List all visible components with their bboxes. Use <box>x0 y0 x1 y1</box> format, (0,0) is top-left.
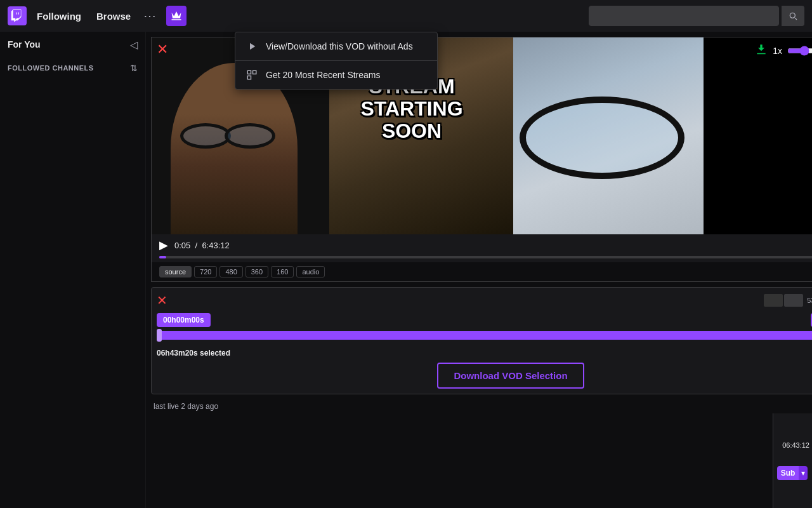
play-button[interactable]: ▶ <box>159 238 168 252</box>
last-live-text: last live 2 days ago <box>146 399 812 413</box>
svg-rect-1 <box>253 70 256 74</box>
glasses-frame <box>520 97 684 179</box>
trim-header: ✕ 530 3000 ⊞ ⊡ ⊟ <box>157 293 812 308</box>
quality-audio[interactable]: audio <box>296 266 325 277</box>
trim-preview-thumbnails: 530 3000 ⊞ ⊡ ⊟ <box>764 294 812 307</box>
trim-area: ✕ 530 3000 ⊞ ⊡ ⊟ 00h00m00s 06h43m20s <box>151 287 812 394</box>
svg-rect-0 <box>247 70 251 74</box>
sub-dropdown-button[interactable]: ▾ <box>799 466 808 480</box>
nav-browse-link[interactable]: Browse <box>91 11 136 22</box>
trim-start-button[interactable]: 00h00m00s <box>157 313 211 327</box>
thumbnail-right-face <box>513 37 704 234</box>
sidebar-for-you[interactable]: For You ◁ <box>0 32 145 57</box>
trim-handle-left[interactable] <box>157 329 162 342</box>
sub-button-area: Sub ▾ <box>773 466 812 480</box>
quality-360[interactable]: 360 <box>246 266 268 277</box>
download-vod-button[interactable]: Download VOD Selection <box>437 363 584 389</box>
video-close-button[interactable]: ✕ <box>157 43 168 57</box>
duration-value: 06:43:12 <box>782 441 809 449</box>
streams-icon <box>246 69 258 81</box>
twitch-icon <box>11 10 23 22</box>
crown-icon <box>171 10 182 22</box>
sidebar-collapse-icon[interactable]: ◁ <box>130 39 138 51</box>
download-icon <box>755 43 768 55</box>
search-icon <box>788 11 798 21</box>
vod-icon <box>246 40 258 53</box>
progress-bar-fill <box>159 256 166 258</box>
dropdown-item-streams[interactable]: Get 20 Most Recent Streams <box>235 61 437 89</box>
video-download-button[interactable] <box>755 43 768 58</box>
svg-rect-2 <box>247 76 251 79</box>
person-glasses-right <box>225 123 275 149</box>
sidebar-followed-channels: FOLLOWED CHANNELS ⇅ <box>0 57 145 79</box>
sub-button[interactable]: Sub <box>777 466 799 480</box>
nav-following-link[interactable]: Following <box>32 11 86 22</box>
quality-badges: source 720 480 360 160 audio <box>152 262 812 281</box>
speed-slider-container <box>787 46 812 56</box>
top-nav: Following Browse ⋯ <box>0 0 812 32</box>
search-input[interactable] <box>589 6 779 26</box>
sidebar: For You ◁ FOLLOWED CHANNELS ⇅ <box>0 32 146 508</box>
trim-timestamps: 00h00m00s 06h43m20s <box>157 313 812 327</box>
progress-bar-track[interactable] <box>159 256 812 258</box>
video-controls: ▶ 0:05 / 6:43:12 ⋮ <box>152 234 812 256</box>
dropdown-vod-label: View/Download this VOD without Ads <box>266 41 413 51</box>
person-glasses-left <box>180 123 231 149</box>
trim-bar-container[interactable] <box>157 331 812 344</box>
main-area: ✕ 1x <box>146 32 812 508</box>
progress-bar-container[interactable] <box>152 256 812 262</box>
dropdown-streams-label: Get 20 Most Recent Streams <box>266 70 381 80</box>
search-button[interactable] <box>782 6 804 26</box>
trim-close-button[interactable]: ✕ <box>157 293 167 308</box>
quality-720[interactable]: 720 <box>194 266 217 277</box>
preview-thumb1 <box>764 294 783 307</box>
duration-badge-right: 06:43:12 <box>773 439 812 451</box>
quality-source[interactable]: source <box>159 266 192 277</box>
nav-crown-button[interactable] <box>166 6 187 26</box>
quality-480[interactable]: 480 <box>219 266 242 277</box>
video-speed-controls: 1x <box>755 43 812 58</box>
trim-selected-label: 06h43m20s selected <box>157 349 812 358</box>
speed-slider[interactable] <box>787 46 812 56</box>
time-display: 0:05 / 6:43:12 <box>174 241 230 250</box>
nav-more-button[interactable]: ⋯ <box>141 8 159 23</box>
time-current: 0:05 <box>174 241 190 250</box>
speed-label: 1x <box>773 46 782 56</box>
dropdown-item-vod[interactable]: View/Download this VOD without Ads <box>235 32 437 61</box>
trim-selected-duration: 06h43m20s selected <box>157 349 230 358</box>
sss-line2: STARTING <box>336 98 488 120</box>
dropdown-menu: View/Download this VOD without Ads Get 2… <box>235 32 438 90</box>
trim-bar-track[interactable] <box>157 331 812 340</box>
quality-160[interactable]: 160 <box>271 266 294 277</box>
followed-channels-label: FOLLOWED CHANNELS <box>8 64 94 72</box>
for-you-label: For You <box>8 39 41 50</box>
preview-thumb2 <box>784 294 803 307</box>
twitch-logo[interactable] <box>8 6 27 25</box>
time-total: 6:43:12 <box>202 241 229 250</box>
preview-count1: 530 <box>807 297 812 304</box>
refresh-icon[interactable]: ⇅ <box>130 63 138 73</box>
sss-line3: SOON <box>336 120 488 142</box>
